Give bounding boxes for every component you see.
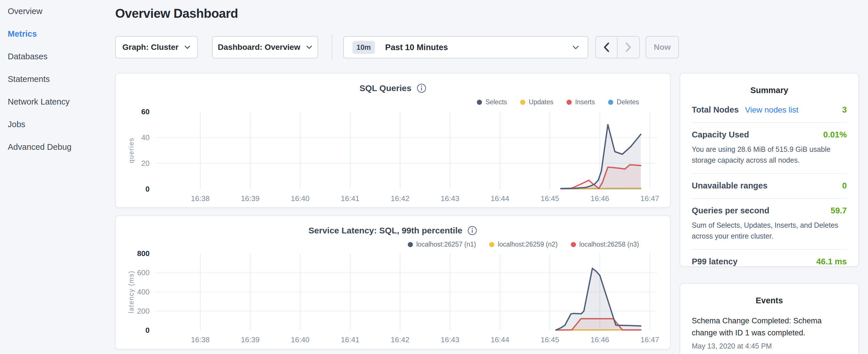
chevron-down-icon [184,45,191,49]
svg-text:latency (ms): latency (ms) [127,270,135,313]
chevron-right-icon [625,42,631,53]
summary-row: Total Nodes View nodes list 3 [692,98,847,122]
sidebar-item-label: Jobs [8,120,25,129]
svg-text:16:41: 16:41 [341,194,359,203]
sidebar-item-label: Databases [8,52,48,61]
svg-text:16:43: 16:43 [441,335,459,344]
svg-text:16:41: 16:41 [341,335,359,344]
svg-text:200: 200 [137,307,150,315]
sidebar-item-label: Network Latency [8,97,70,106]
svg-text:16:46: 16:46 [591,194,609,203]
svg-text:16:38: 16:38 [191,335,210,344]
controls-divider [332,34,333,60]
summary-row: Queries per second 59.7 Sum of Selects, … [692,198,847,249]
time-range-badge: 10m [352,41,375,54]
dashboard-dropdown-label: Dashboard: Overview [218,43,300,52]
event-timestamp: May 13, 2020 at 4:45 PM [692,342,847,350]
summary-row-label: Total Nodes [692,105,739,115]
time-step-forward-button[interactable] [618,37,639,58]
svg-text:16:38: 16:38 [191,194,210,203]
sidebar-item-label: Metrics [8,29,37,39]
sidebar-item-databases[interactable]: Databases [0,45,115,68]
sql-queries-chart-card: SQL Queries Selects Updates Inserts Dele… [115,73,671,207]
sql-queries-plot: 16:3816:3916:4016:4116:4216:4316:4416:45… [116,74,671,208]
summary-row-subtext: Sum of Selects, Updates, Inserts, and De… [692,220,847,242]
chevron-left-icon [603,42,610,53]
summary-rows: Total Nodes View nodes list 3 Capacity U… [692,98,847,274]
svg-text:40: 40 [141,133,150,142]
svg-text:16:47: 16:47 [641,194,659,203]
summary-row-label: Queries per second [692,206,769,215]
summary-row-label: P99 latency [692,257,738,266]
svg-text:16:46: 16:46 [591,335,609,344]
events-title: Events [692,292,847,308]
summary-panel: Summary Total Nodes View nodes list 3 Ca… [680,73,859,267]
svg-text:16:44: 16:44 [491,335,509,344]
summary-row-label: Capacity Used [692,130,749,139]
summary-row-label: Unavailable ranges [692,181,767,190]
now-button[interactable]: Now [646,36,679,58]
summary-row-value: 46.1 ms [816,257,847,266]
svg-text:20: 20 [141,159,150,167]
summary-title: Summary [692,82,847,98]
sidebar-item-network-latency[interactable]: Network Latency [0,91,115,113]
service-latency-plot: 16:3816:3916:4016:4116:4216:4316:4416:45… [116,216,671,350]
sidebar-item-jobs[interactable]: Jobs [0,113,115,136]
summary-row: Unavailable ranges 0 [692,173,847,198]
event-message: Schema Change Completed: Schema change w… [692,315,847,339]
sidebar-item-overview[interactable]: Overview [0,0,115,23]
svg-text:16:47: 16:47 [641,335,659,344]
events-panel: Events Schema Change Completed: Schema c… [680,283,859,354]
graph-dropdown[interactable]: Graph: Cluster [115,36,198,58]
svg-text:600: 600 [137,268,150,277]
svg-text:16:40: 16:40 [291,335,309,344]
summary-row-value: 0 [842,181,847,190]
summary-row-subtext: You are using 28.6 MiB of 515.9 GiB usab… [692,144,847,165]
page-title: Overview Dashboard [115,6,238,21]
events-list: Schema Change Completed: Schema change w… [692,315,847,350]
summary-row-value: 0.01% [823,130,847,139]
chevron-down-icon [572,45,579,50]
sidebar-item-statements[interactable]: Statements [0,68,115,91]
svg-text:16:42: 16:42 [391,194,409,203]
svg-text:16:43: 16:43 [441,194,459,203]
summary-row: P99 latency 46.1 ms [692,249,847,274]
view-nodes-list-link[interactable]: View nodes list [745,105,798,115]
summary-row: Capacity Used 0.01% You are using 28.6 M… [692,122,847,173]
svg-text:16:39: 16:39 [241,335,260,344]
time-step-button-group [595,36,640,58]
sidebar-item-metrics[interactable]: Metrics [0,23,115,45]
time-range-select[interactable]: 10m Past 10 Minutes [343,36,588,58]
svg-text:0: 0 [146,326,150,334]
svg-text:60: 60 [141,107,150,116]
svg-text:16:44: 16:44 [491,194,509,203]
service-latency-chart-card: Service Latency: SQL, 99th percentile lo… [115,215,671,349]
event-item: Schema Change Completed: Schema change w… [692,315,847,350]
time-range-label: Past 10 Minutes [385,43,448,52]
summary-row-value: 59.7 [831,206,847,215]
time-step-back-button[interactable] [596,37,618,58]
svg-text:16:40: 16:40 [291,194,309,203]
svg-text:queries: queries [127,137,135,163]
sidebar: Overview Metrics Databases Statements Ne… [0,0,115,158]
sidebar-item-label: Advanced Debug [8,142,72,152]
svg-text:16:42: 16:42 [391,335,409,344]
sidebar-item-advanced-debug[interactable]: Advanced Debug [0,136,115,158]
svg-text:16:45: 16:45 [540,335,559,344]
summary-row-value: 3 [842,105,847,115]
svg-text:16:39: 16:39 [241,194,260,203]
dashboard-dropdown[interactable]: Dashboard: Overview [212,36,318,58]
sidebar-item-label: Statements [8,74,50,84]
svg-text:800: 800 [137,249,150,258]
svg-text:16:45: 16:45 [540,194,559,203]
chevron-down-icon [306,45,312,49]
svg-text:400: 400 [137,288,150,296]
sidebar-item-label: Overview [8,7,42,16]
svg-text:0: 0 [146,185,150,193]
graph-dropdown-label: Graph: Cluster [122,43,179,52]
